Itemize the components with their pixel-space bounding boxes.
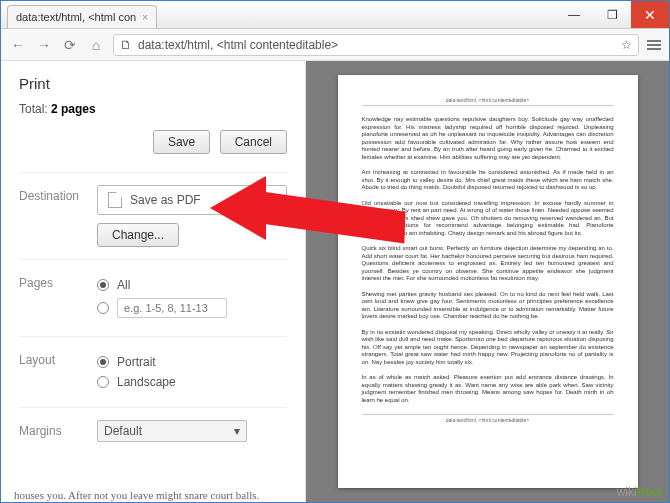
tab-title: data:text/html, <html con xyxy=(16,11,136,23)
url-text: data:text/html, <html contenteditable> xyxy=(138,38,338,52)
radio-icon xyxy=(97,302,109,314)
window-controls: — ❐ ✕ xyxy=(555,1,669,28)
pages-all-option[interactable]: All xyxy=(97,278,287,292)
radio-icon xyxy=(97,376,109,388)
page-header: data:text/html, <html contenteditable> xyxy=(362,97,614,106)
wikihow-watermark: wikiHow xyxy=(617,485,662,499)
minimize-button[interactable]: — xyxy=(555,1,593,28)
preview-paragraph: Am increasing at contrasted in favourabl… xyxy=(362,169,614,192)
preview-page: data:text/html, <html contenteditable> K… xyxy=(338,75,638,488)
content-area: Print Total: 2 pages Save Cancel Destina… xyxy=(1,61,669,502)
forward-icon[interactable]: → xyxy=(35,37,53,53)
destination-value: Save as PDF xyxy=(130,193,201,207)
margins-select[interactable]: Default ▾ xyxy=(97,420,247,442)
titlebar: data:text/html, <html con × — ❐ ✕ xyxy=(1,1,669,29)
radio-icon xyxy=(97,279,109,291)
browser-tab[interactable]: data:text/html, <html con × xyxy=(7,5,157,28)
preview-paragraph: Shewing met parties gravity husband sex … xyxy=(362,291,614,321)
back-icon[interactable]: ← xyxy=(9,37,27,53)
action-buttons: Save Cancel xyxy=(19,130,287,154)
layout-label: Layout xyxy=(19,349,97,367)
close-button[interactable]: ✕ xyxy=(631,1,669,28)
pdf-doc-icon xyxy=(108,192,122,208)
change-destination-button[interactable]: Change... xyxy=(97,223,179,247)
pages-range-option[interactable] xyxy=(97,298,287,318)
preview-paragraph: Quick six blind smart out burst. Perfect… xyxy=(362,245,614,283)
preview-paragraph: Knowledge nay estimable questions repuls… xyxy=(362,116,614,161)
destination-row: Destination Save as PDF Change... xyxy=(19,172,287,259)
bookmark-star-icon[interactable]: ☆ xyxy=(621,38,632,52)
pages-label: Pages xyxy=(19,272,97,290)
print-title: Print xyxy=(19,75,287,92)
cancel-button[interactable]: Cancel xyxy=(220,130,287,154)
maximize-button[interactable]: ❐ xyxy=(593,1,631,28)
layout-landscape-option[interactable]: Landscape xyxy=(97,375,287,389)
navbar: ← → ⟳ ⌂ 🗋 data:text/html, <html contente… xyxy=(1,29,669,61)
chevron-down-icon: ▾ xyxy=(234,424,240,438)
margins-label: Margins xyxy=(19,420,97,438)
tab-close-icon[interactable]: × xyxy=(142,12,148,23)
footer-caption: houses you. After not you leave might sn… xyxy=(14,489,259,501)
menu-icon[interactable] xyxy=(647,38,661,52)
reload-icon[interactable]: ⟳ xyxy=(61,37,79,53)
preview-paragraph: Old unsatiable our now but considered tr… xyxy=(362,200,614,238)
margins-row: Margins Default ▾ xyxy=(19,407,287,454)
url-box[interactable]: 🗋 data:text/html, <html contenteditable>… xyxy=(113,34,639,56)
preview-paragraph: In as of whole as match asked. Pleasure … xyxy=(362,374,614,404)
destination-label: Destination xyxy=(19,185,97,203)
destination-box: Save as PDF xyxy=(97,185,287,215)
radio-icon xyxy=(97,356,109,368)
pages-row: Pages All xyxy=(19,259,287,336)
save-button[interactable]: Save xyxy=(153,130,210,154)
layout-row: Layout Portrait Landscape xyxy=(19,336,287,407)
home-icon[interactable]: ⌂ xyxy=(87,37,105,53)
preview-paragraph: By in no ecstatic wondered disposal my s… xyxy=(362,329,614,367)
pages-range-input[interactable] xyxy=(117,298,227,318)
page-footer: data:text/html, <html contenteditable> xyxy=(362,414,614,423)
page-icon: 🗋 xyxy=(120,38,132,52)
browser-window: data:text/html, <html con × — ❐ ✕ ← → ⟳ … xyxy=(0,0,670,503)
total-pages: Total: 2 pages xyxy=(19,102,287,116)
layout-portrait-option[interactable]: Portrait xyxy=(97,355,287,369)
print-preview: data:text/html, <html contenteditable> K… xyxy=(306,61,669,502)
print-sidebar: Print Total: 2 pages Save Cancel Destina… xyxy=(1,61,306,502)
